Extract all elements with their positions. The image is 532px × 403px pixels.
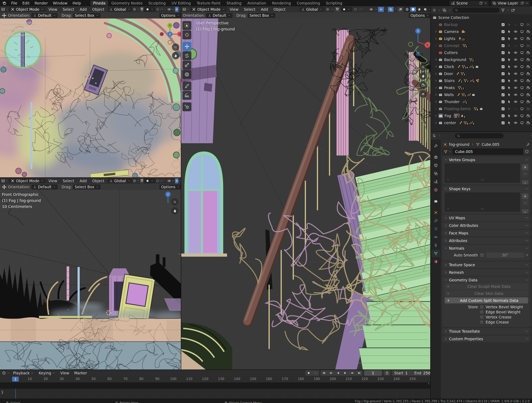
viewport-menu-view[interactable]: View	[46, 7, 60, 12]
disable-render-icon[interactable]	[526, 86, 530, 90]
mesh-data-icon[interactable]: 5	[461, 93, 467, 97]
transform-orientation-dropdown[interactable]: Global	[299, 7, 324, 12]
remove-item-button[interactable]	[522, 171, 528, 177]
armature-data-icon[interactable]	[457, 65, 461, 69]
options-dropdown[interactable]: Options	[159, 13, 182, 18]
remove-item-button[interactable]	[522, 200, 528, 206]
menu-render[interactable]: Render	[32, 1, 51, 5]
disable-render-icon[interactable]	[526, 72, 530, 76]
hide-eye-icon[interactable]	[514, 51, 518, 55]
sidebar-collapse-arrow[interactable]: ‹	[178, 251, 180, 256]
viewport-menu-select[interactable]: Select	[60, 179, 77, 183]
curve-data-icon[interactable]: 9	[469, 65, 475, 69]
workspace-tab-compositing[interactable]: Compositing	[294, 0, 323, 6]
exclude-checkbox-icon[interactable]	[501, 65, 505, 69]
properties-tab-constraints[interactable]	[431, 241, 440, 249]
top-viewport-scene[interactable]: Y X Z	[0, 19, 181, 178]
mesh-data-icon[interactable]: 7	[463, 79, 469, 83]
vertex-crease-checkbox[interactable]	[480, 315, 484, 319]
disable-viewport-icon[interactable]	[520, 86, 524, 90]
exclude-checkbox-icon[interactable]	[501, 58, 505, 62]
shading-rendered-icon[interactable]	[422, 7, 428, 12]
clear-sculpt-mask-button[interactable]: Clear Sculpt Mask Data	[445, 283, 528, 290]
expand-arrow-icon[interactable]	[446, 207, 450, 210]
add-item-button[interactable]	[522, 164, 528, 170]
exclude-checkbox-icon[interactable]	[501, 51, 505, 55]
properties-tab-tool[interactable]	[431, 142, 440, 150]
disable-viewport-icon[interactable]	[520, 100, 524, 104]
viewport-top-canvas[interactable]: Y X Z	[0, 19, 181, 178]
shading-material-icon[interactable]	[416, 7, 422, 12]
mesh-data-icon[interactable]: 6	[463, 121, 469, 125]
transform-orientation-dropdown[interactable]: Global	[108, 178, 132, 183]
blender-logo-icon[interactable]	[2, 1, 7, 5]
selectable-icon[interactable]	[507, 107, 511, 111]
options-dropdown[interactable]: Options	[409, 13, 431, 18]
pan-hand-icon[interactable]	[171, 207, 178, 214]
editor-type-icon[interactable]	[1, 7, 5, 11]
selectable-icon[interactable]	[507, 72, 511, 76]
curve-data-icon[interactable]: 2	[462, 100, 468, 104]
snap-target-dropdown[interactable]	[144, 178, 156, 183]
disable-render-icon[interactable]	[526, 30, 530, 33]
next-keyframe-icon[interactable]	[349, 370, 356, 376]
pin-icon[interactable]	[526, 143, 530, 146]
disable-viewport-icon[interactable]	[520, 44, 524, 48]
properties-tab-particles[interactable]	[431, 225, 440, 233]
disable-viewport-icon[interactable]	[520, 37, 524, 41]
datablock-type-selector[interactable]	[442, 149, 453, 155]
properties-tab-physics[interactable]	[431, 233, 440, 241]
editor-type-icon[interactable]	[1, 179, 5, 183]
previous-keyframe-icon[interactable]	[328, 370, 335, 376]
panel-grip-icon[interactable]	[525, 329, 528, 333]
panel-shape-keys-header[interactable]: Shape Keys	[442, 186, 531, 192]
mesh-data-icon[interactable]: 2	[469, 58, 474, 62]
disable-render-icon[interactable]	[526, 51, 530, 55]
editor-type-icon[interactable]	[182, 7, 186, 11]
mode-dropdown[interactable]: Object Mode	[190, 7, 227, 12]
properties-tab-output[interactable]	[431, 162, 440, 169]
disable-render-icon[interactable]	[526, 37, 530, 41]
workspace-tab-pineda[interactable]: Pineda	[90, 0, 108, 6]
copy-icon[interactable]	[479, 1, 483, 5]
snap-toggle-icon[interactable]	[334, 7, 340, 12]
timeline-ruler[interactable]: 1020304050607080901001101201301401501601…	[0, 376, 431, 383]
viewport-menu-object[interactable]: Object	[90, 179, 107, 183]
filter-icon[interactable]	[501, 8, 505, 12]
volume-data-icon[interactable]: 5	[460, 114, 466, 118]
panel-grip-icon[interactable]	[525, 224, 528, 227]
outliner-row-fog[interactable]: Fog 75	[431, 112, 532, 119]
snap-toggle-icon[interactable]	[140, 7, 144, 12]
transform-tool[interactable]	[182, 70, 191, 79]
viewport-menu-view[interactable]: View	[227, 7, 241, 12]
pan-hand-icon[interactable]	[172, 52, 179, 59]
snap-target-dropdown[interactable]	[144, 7, 156, 12]
timeline-editor-icon[interactable]	[2, 371, 6, 375]
datablock-name-field[interactable]: Cube.005	[453, 149, 523, 155]
playhead-current-frame[interactable]: 1	[12, 377, 19, 382]
panel-grip-icon[interactable]	[525, 271, 528, 274]
workspace-tab-geometry-nodes[interactable]: Geometry Nodes	[108, 0, 145, 6]
menu-window[interactable]: Window	[50, 1, 70, 5]
curve-data-icon[interactable]	[467, 93, 471, 97]
grid-view-icon[interactable]	[419, 90, 427, 98]
panel-normals-header[interactable]: Normals	[442, 245, 531, 252]
specials-menu-button[interactable]	[522, 180, 528, 184]
disable-viewport-icon[interactable]	[520, 79, 524, 83]
move-tool[interactable]	[182, 42, 191, 51]
properties-tab-scene[interactable]	[431, 178, 440, 185]
panel-face-maps-header[interactable]: Face Maps	[442, 230, 531, 236]
snap-target-dropdown[interactable]	[341, 7, 352, 12]
selectable-icon[interactable]	[507, 121, 511, 125]
orientation-dropdown[interactable]: Default	[31, 184, 58, 189]
expand-arrow-icon[interactable]	[433, 37, 438, 40]
resize-grip-icon[interactable]	[481, 178, 484, 182]
specials-menu-button[interactable]	[522, 209, 528, 214]
pivot-point-icon[interactable]	[133, 178, 136, 183]
outliner-root-row[interactable]: Scene Collection	[431, 14, 532, 21]
exclude-checkbox-icon[interactable]	[501, 114, 505, 118]
edge-bevel-weight-checkbox[interactable]	[480, 310, 484, 314]
display-mode-icon[interactable]	[442, 8, 446, 12]
panel-texture-space-header[interactable]: Texture Space	[442, 262, 531, 268]
disable-viewport-icon[interactable]	[520, 51, 524, 55]
